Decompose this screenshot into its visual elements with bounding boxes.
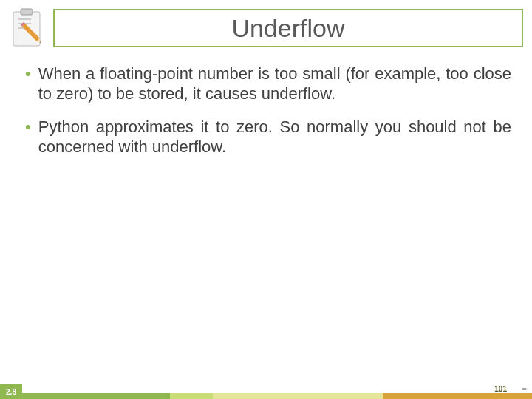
bullet-text: When a floating-point number is too smal… (38, 64, 511, 103)
page-number: 101 (494, 385, 507, 393)
menu-icon: ☰ (522, 387, 529, 395)
bullet-item: • When a floating-point number is too sm… (25, 64, 511, 103)
footer: 2.8 101 ☰ (0, 384, 532, 399)
bullet-item: • Python approximates it to zero. So nor… (25, 117, 511, 157)
content-area: • When a floating-point number is too sm… (25, 64, 511, 170)
bullet-marker-icon: • (25, 117, 31, 137)
svg-rect-1 (21, 9, 33, 15)
bullet-marker-icon: • (25, 64, 31, 84)
slide-title: Underflow (231, 14, 344, 43)
bullet-text: Python approximates it to zero. So norma… (38, 117, 511, 157)
section-number: 2.8 (0, 384, 22, 399)
clipboard-pencil-icon (4, 4, 50, 50)
footer-color-bar (0, 393, 532, 399)
title-bar: Underflow (53, 9, 523, 47)
